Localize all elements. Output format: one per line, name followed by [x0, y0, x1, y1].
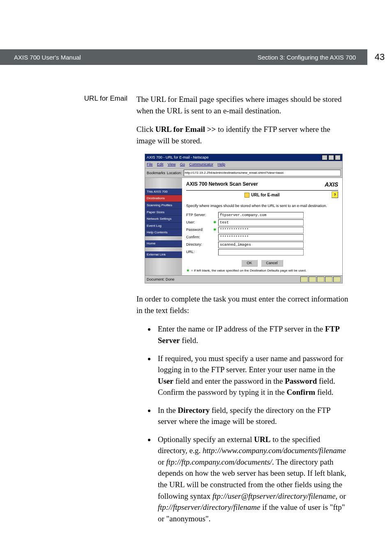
sidebar-item-external-link[interactable]: External Link [145, 251, 182, 258]
required-marker: ✳ [213, 220, 217, 225]
header-section-title: Section 3: Configuring the AXIS 700 [141, 49, 367, 65]
page-content: URL for Email The URL for Email page spe… [41, 94, 351, 531]
list-item: Optionally specify an external URL to th… [155, 434, 351, 524]
status-icon [317, 276, 324, 282]
text: or [158, 458, 166, 466]
text-bold: URL for Email >> [155, 125, 216, 134]
paragraph-intro: The URL for Email page specifies where i… [136, 94, 351, 116]
sidebar-item-scanning-profiles[interactable]: Scanning Profiles [145, 202, 182, 209]
label-directory: Directory: [186, 242, 212, 247]
sidebar-item-help-contents[interactable]: Help Contents [145, 229, 182, 236]
label-ftp-server: FTP Server: [186, 212, 212, 218]
text-italic: ftp://ftp.company.com/documents/ [166, 458, 272, 466]
screenshot-page-title: URL for E-mail [251, 192, 279, 198]
screenshot-description: Specify where images should be stored wh… [186, 203, 338, 209]
bookmarks-label[interactable]: Bookmarks [147, 170, 165, 176]
page-title-icon [244, 193, 249, 198]
text-italic: ftp://ftpserver/directory/filename [158, 503, 260, 511]
menu-view[interactable]: View [168, 162, 175, 166]
status-icon [309, 276, 316, 282]
text-bold: Password [285, 377, 317, 385]
section-side-label: URL for Email [41, 94, 136, 104]
status-bar: Document: Done [145, 275, 342, 283]
window-titlebar: AXIS 700 - URL for E-mail - Netscape _ □… [145, 154, 342, 161]
close-button[interactable]: × [335, 155, 341, 160]
label-user: User: [186, 220, 212, 225]
menu-go[interactable]: Go [180, 162, 185, 166]
input-ftp-server[interactable]: ftpserver.company.com [218, 212, 304, 219]
footnote-marker: ✳ [186, 268, 189, 273]
sidebar-item-destinations[interactable]: Destinations [145, 195, 182, 202]
sidebar-item-home[interactable]: Home [145, 240, 182, 247]
input-confirm[interactable]: ************* [218, 234, 304, 241]
window-buttons: _ □ × [322, 155, 341, 160]
sidebar-item-paper-sizes[interactable]: Paper Sizes [145, 209, 182, 216]
input-directory[interactable]: scanned_images [218, 242, 304, 248]
sidebar-item-event-log[interactable]: Event Log [145, 223, 182, 230]
text: Enter the name or IP address of the FTP … [158, 325, 325, 333]
header-manual-title: AXIS 700 User's Manual [0, 49, 141, 65]
menu-file[interactable]: File [147, 162, 153, 166]
help-button[interactable]: ? [332, 191, 338, 198]
sidebar-item-this-axis[interactable]: This AXIS 700 [145, 189, 182, 196]
embedded-screenshot: AXIS 700 - URL for E-mail - Netscape _ □… [145, 154, 343, 283]
paragraph-click: Click URL for Email >> to identify the F… [136, 124, 351, 146]
input-url[interactable] [218, 249, 304, 256]
status-text: Document: Done [147, 277, 175, 282]
text-italic: ftp://user@ftpserver/directory/filename [212, 492, 336, 500]
list-item: Enter the name or IP address of the FTP … [155, 323, 351, 346]
input-user[interactable]: test [218, 219, 304, 226]
menu-edit[interactable]: Edit [157, 162, 164, 166]
text: field. [180, 336, 198, 345]
minimize-button[interactable]: _ [322, 155, 327, 160]
text: If required, you must specify a user nam… [158, 354, 343, 374]
text: field. [315, 388, 333, 396]
label-url: URL: [186, 249, 212, 255]
label-confirm: Confirm: [186, 235, 212, 240]
paragraph-fields-intro: In order to complete the task you must e… [136, 293, 351, 316]
label-password: Password: [186, 227, 212, 233]
page-header: AXIS 700 User's Manual Section 3: Config… [0, 49, 392, 65]
text: Click [136, 125, 155, 134]
text-bold: Confirm [286, 388, 315, 396]
footnote-text: = If left blank, the value specified on … [191, 268, 307, 273]
page-number: 43 [367, 49, 392, 65]
text: field and enter the password in the [173, 377, 285, 385]
text-bold: User [158, 377, 173, 385]
text: In the [158, 406, 178, 415]
required-marker: ✳ [213, 227, 217, 233]
screenshot-main: AXIS 700 Network Scan Server AXIS URL fo… [182, 178, 342, 275]
text: Optionally specify an external [158, 435, 254, 444]
ok-button[interactable]: OK [241, 260, 257, 267]
cancel-button[interactable]: Cancel [261, 260, 283, 267]
menu-bar: File Edit View Go Communicator Help [145, 161, 342, 168]
input-password[interactable]: ************* [218, 227, 304, 233]
text-bold: URL [254, 435, 270, 444]
location-label: Location: [167, 170, 182, 176]
text-bold: Directory [178, 406, 210, 415]
text: , or [336, 492, 346, 500]
list-item: In the Directory field, specify the dire… [155, 405, 351, 427]
address-bar: Bookmarks Location: http://172.19.2.254/… [145, 168, 342, 178]
footnote: ✳ = If left blank, the value specified o… [186, 268, 338, 273]
sidebar: This AXIS 700 Destinations Scanning Prof… [145, 178, 182, 275]
list-item: If required, you must specify a user nam… [155, 353, 351, 398]
status-icon [325, 276, 332, 282]
status-icons [300, 276, 341, 282]
window-title: AXIS 700 - URL for E-mail - Netscape [147, 155, 209, 160]
status-icon [300, 276, 308, 282]
bullet-list: Enter the name or IP address of the FTP … [136, 323, 351, 524]
status-icon [333, 276, 341, 282]
text-italic: http://www.company.com/documents/filenam… [203, 446, 346, 455]
location-input[interactable]: http://172.19.2.254/admin/destinations/n… [184, 170, 341, 176]
menu-help[interactable]: Help [218, 162, 226, 166]
axis-logo: AXIS [325, 180, 338, 189]
menu-communicator[interactable]: Communicator [189, 162, 213, 166]
product-brand: AXIS 700 Network Scan Server [186, 181, 258, 188]
maximize-button[interactable]: □ [328, 155, 334, 160]
sidebar-item-network-settings[interactable]: Network Settings [145, 216, 182, 223]
